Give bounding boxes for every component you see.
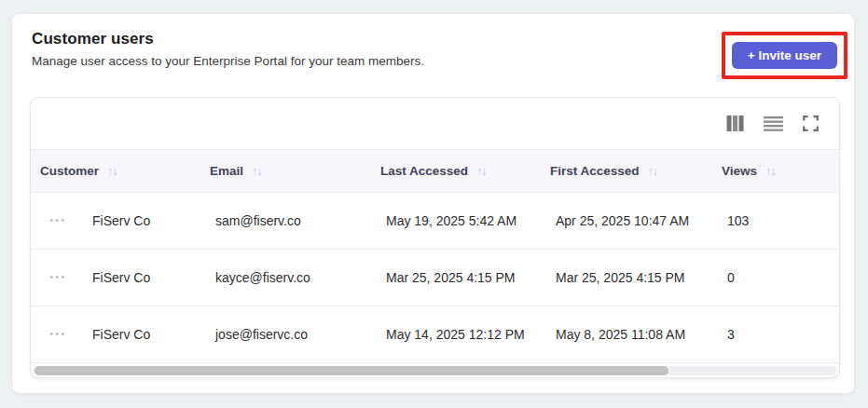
column-header-label: Customer [40,164,99,178]
customer-users-card: Customer users Manage user access to you… [11,13,855,394]
cell-first-accessed: Apr 25, 2025 10:47 AM [541,213,712,228]
cell-customer: FiServ Co [86,213,200,228]
cell-email: sam@fiserv.co [200,213,371,228]
row-menu-icon[interactable]: ••• [49,216,66,225]
card-header: Customer users Manage user access to you… [32,30,424,68]
scrollbar-thumb[interactable] [34,366,668,375]
column-header-email[interactable]: Email ↑↓ [200,150,371,192]
column-header-last-accessed[interactable]: Last Accessed ↑↓ [371,150,541,192]
horizontal-scrollbar [31,363,839,377]
fullscreen-icon[interactable] [803,116,819,131]
column-header-label: Views [722,164,757,178]
sort-icon[interactable]: ↑↓ [476,165,487,178]
column-header-label: Last Accessed [380,164,468,178]
table-row[interactable]: ••• FiServ Co sam@fiserv.co May 19, 2025… [31,193,839,250]
cell-first-accessed: Mar 25, 2025 4:15 PM [541,270,712,285]
cell-first-accessed: May 8, 2025 11:08 AM [541,327,712,342]
row-menu-icon[interactable]: ••• [49,273,66,282]
row-menu-icon[interactable]: ••• [49,330,66,339]
cell-views: 0 [712,270,839,285]
cell-customer: FiServ Co [86,327,200,342]
cell-email: kayce@fiserv.co [200,270,371,285]
sort-icon[interactable]: ↑↓ [252,165,262,178]
cell-views: 3 [712,327,839,342]
highlight-annotation-box: + Invite user [722,32,847,79]
sort-icon[interactable]: ↑↓ [648,165,658,178]
row-height-icon[interactable] [764,116,783,131]
page-subtitle: Manage user access to your Enterprise Po… [32,54,424,68]
column-header-label: Email [210,164,243,178]
cell-customer: FiServ Co [86,270,200,285]
column-header-first-accessed[interactable]: First Accessed ↑↓ [541,150,712,192]
users-table-card: Customer ↑↓ Email ↑↓ Last Accessed ↑↓ Fi… [30,97,840,378]
invite-user-button[interactable]: + Invite user [732,42,837,69]
row-actions-cell: ••• [31,330,86,339]
table-row[interactable]: ••• FiServ Co kayce@fiserv.co Mar 25, 20… [31,250,839,306]
table-toolbar [31,98,839,149]
sort-icon[interactable]: ↑↓ [107,165,117,178]
row-actions-cell: ••• [31,216,86,225]
cell-last-accessed: May 19, 2025 5:42 AM [371,213,541,228]
table-row[interactable]: ••• FiServ Co jose@fiservc.co May 14, 20… [31,306,839,363]
column-header-views[interactable]: Views ↑↓ [712,150,839,192]
row-actions-cell: ••• [31,273,86,282]
columns-icon[interactable] [726,116,744,131]
cell-email: jose@fiservc.co [200,327,371,342]
cell-last-accessed: May 14, 2025 12:12 PM [371,327,541,342]
cell-views: 103 [712,213,839,228]
page-title: Customer users [32,30,424,48]
column-header-customer[interactable]: Customer ↑↓ [31,150,200,192]
sort-icon[interactable]: ↑↓ [765,165,776,178]
table-header-row: Customer ↑↓ Email ↑↓ Last Accessed ↑↓ Fi… [31,149,839,193]
cell-last-accessed: Mar 25, 2025 4:15 PM [371,270,541,285]
column-header-label: First Accessed [550,164,640,178]
